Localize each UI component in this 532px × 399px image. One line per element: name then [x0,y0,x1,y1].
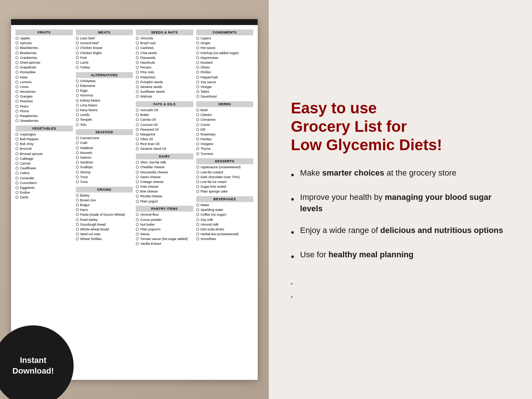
checkbox-circle[interactable] [196,142,199,145]
checkbox-circle[interactable] [15,172,18,174]
checkbox-circle[interactable] [76,37,79,40]
checkbox-circle[interactable] [136,42,139,45]
checkbox-circle[interactable] [196,223,199,226]
checkbox-circle[interactable] [196,218,199,221]
checkbox-circle[interactable] [196,118,199,121]
checkbox-circle[interactable] [15,152,18,155]
checkbox-circle[interactable] [76,171,79,174]
checkbox-circle[interactable] [76,223,79,226]
checkbox-circle[interactable] [15,81,18,84]
checkbox-circle[interactable] [76,123,79,126]
checkbox-circle[interactable] [15,186,18,189]
checkbox-circle[interactable] [15,52,18,54]
checkbox-circle[interactable] [76,137,79,140]
checkbox-circle[interactable] [196,113,199,116]
checkbox-circle[interactable] [136,56,139,59]
checkbox-circle[interactable] [196,90,199,93]
checkbox-circle[interactable] [196,95,199,98]
checkbox-circle[interactable] [76,176,79,179]
checkbox-circle[interactable] [15,162,18,165]
checkbox-circle[interactable] [136,190,139,193]
checkbox-circle[interactable] [76,141,79,144]
checkbox-circle[interactable] [196,176,199,179]
checkbox-circle[interactable] [136,46,139,49]
checkbox-circle[interactable] [196,208,199,211]
checkbox-circle[interactable] [76,237,79,240]
checkbox-circle[interactable] [136,228,139,231]
checkbox-circle[interactable] [136,237,139,240]
checkbox-circle[interactable] [136,161,139,164]
checkbox-circle[interactable] [76,80,79,82]
checkbox-circle[interactable] [136,113,139,116]
checkbox-circle[interactable] [196,66,199,69]
checkbox-circle[interactable] [15,71,18,74]
checkbox-circle[interactable] [76,113,79,116]
checkbox-circle[interactable] [15,105,18,108]
checkbox-circle[interactable] [136,147,139,150]
checkbox-circle[interactable] [76,42,79,45]
checkbox-circle[interactable] [15,119,18,122]
checkbox-circle[interactable] [196,109,199,112]
checkbox-circle[interactable] [15,177,18,180]
checkbox-circle[interactable] [136,218,139,221]
checkbox-circle[interactable] [76,109,79,112]
checkbox-circle[interactable] [136,118,139,121]
checkbox-circle[interactable] [15,90,18,93]
checkbox-circle[interactable] [136,185,139,188]
checkbox-circle[interactable] [196,123,199,126]
checkbox-circle[interactable] [136,85,139,88]
checkbox-circle[interactable] [196,233,199,236]
checkbox-circle[interactable] [76,194,79,197]
checkbox-circle[interactable] [136,61,139,64]
checkbox-circle[interactable] [15,138,18,141]
checkbox-circle[interactable] [136,76,139,79]
checkbox-circle[interactable] [196,71,199,74]
checkbox-circle[interactable] [76,89,79,92]
checkbox-circle[interactable] [15,181,18,184]
checkbox-circle[interactable] [136,242,139,245]
checkbox-circle[interactable] [136,81,139,84]
checkbox-circle[interactable] [136,109,139,112]
checkbox-circle[interactable] [76,180,79,183]
checkbox-circle[interactable] [136,180,139,183]
checkbox-circle[interactable] [196,61,199,64]
checkbox-circle[interactable] [196,237,199,240]
checkbox-circle[interactable] [15,95,18,98]
checkbox-circle[interactable] [76,52,79,54]
checkbox-circle[interactable] [15,42,18,45]
checkbox-circle[interactable] [76,99,79,102]
checkbox-circle[interactable] [136,52,139,54]
checkbox-circle[interactable] [15,142,18,145]
checkbox-circle[interactable] [76,233,79,236]
checkbox-circle[interactable] [76,218,79,221]
checkbox-circle[interactable] [196,81,199,84]
checkbox-circle[interactable] [196,76,199,79]
checkbox-circle[interactable] [136,233,139,236]
checkbox-circle[interactable] [76,46,79,49]
checkbox-circle[interactable] [136,133,139,136]
checkbox-circle[interactable] [76,151,79,154]
checkbox-circle[interactable] [136,195,139,198]
checkbox-circle[interactable] [15,100,18,103]
checkbox-circle[interactable] [136,95,139,98]
checkbox-circle[interactable] [76,118,79,121]
checkbox-circle[interactable] [196,128,199,131]
checkbox-circle[interactable] [196,46,199,49]
checkbox-circle[interactable] [136,223,139,226]
checkbox-circle[interactable] [136,128,139,131]
checkbox-circle[interactable] [15,167,18,170]
checkbox-circle[interactable] [196,190,199,193]
checkbox-circle[interactable] [196,42,199,45]
checkbox-circle[interactable] [196,152,199,155]
checkbox-circle[interactable] [76,213,79,216]
checkbox-circle[interactable] [15,114,18,117]
checkbox-circle[interactable] [76,199,79,202]
checkbox-circle[interactable] [76,208,79,211]
checkbox-circle[interactable] [136,90,139,93]
checkbox-circle[interactable] [136,138,139,141]
checkbox-circle[interactable] [136,66,139,69]
checkbox-circle[interactable] [15,110,18,113]
checkbox-circle[interactable] [136,71,139,74]
checkbox-circle[interactable] [136,213,139,216]
checkbox-circle[interactable] [136,176,139,179]
